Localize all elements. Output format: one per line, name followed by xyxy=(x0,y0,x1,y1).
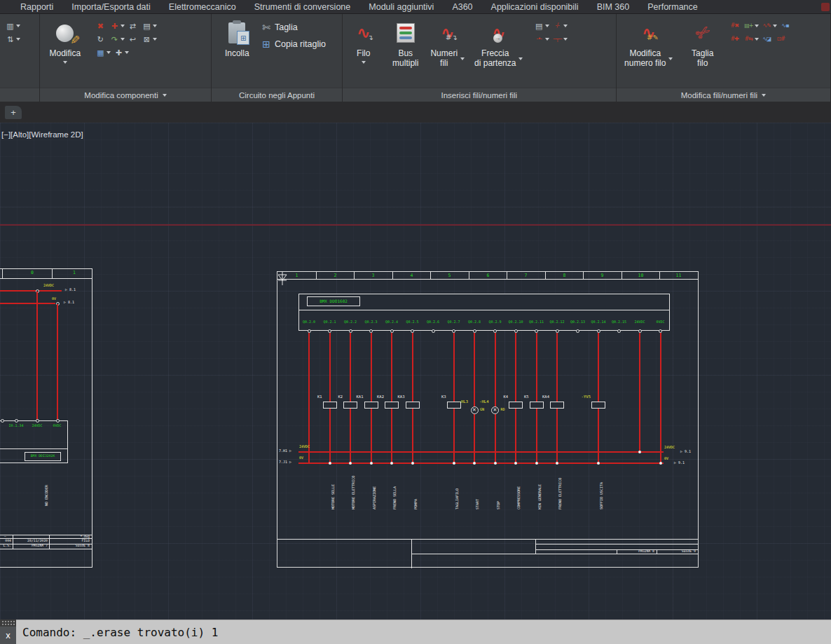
modifica-numero-filo-button[interactable]: ∿#✎Modifica numero filo xyxy=(617,16,681,69)
terminal-label: Q0.2.2 xyxy=(341,320,360,324)
wire-type-icon[interactable]: ∿▪ xyxy=(779,20,791,32)
component-tag: KA4 xyxy=(534,395,549,399)
viewport-controls[interactable]: [−][Alto][Wireframe 2D] xyxy=(1,130,83,139)
terminal-circle xyxy=(576,329,579,333)
wire-gap-icon[interactable]: -/- xyxy=(551,20,563,32)
ribbon-tab-bim-360[interactable]: BIM 360 xyxy=(588,0,639,14)
edit-attributes-icon-dropdown[interactable] xyxy=(153,38,157,41)
function-label: MOTORE SELLE xyxy=(331,469,337,509)
edit-attributes-icon[interactable]: ⊠ xyxy=(141,34,153,45)
ribbon-tab-moduli-aggiuntivi[interactable]: Moduli aggiuntivi xyxy=(359,0,443,14)
ribbon-panel-title-text: Modifica componenti xyxy=(84,91,158,100)
taglia-filo-button-label: Taglia filo xyxy=(692,49,713,69)
new-drawing-tab-button[interactable]: + xyxy=(5,106,22,119)
long-horizontal-wire xyxy=(0,224,831,226)
incolla-button[interactable]: ⊞Incolla xyxy=(212,16,262,59)
flip-wire-number-icon-dropdown[interactable] xyxy=(755,38,759,41)
ribbon-panel-title-modifica-fili[interactable]: Modifica fili/numeri fili xyxy=(617,88,830,102)
doc-field: 004 xyxy=(0,540,11,543)
circuit-builder-icon-dropdown[interactable] xyxy=(121,38,125,41)
ribbon-panel-title-partial-left xyxy=(0,88,39,102)
edit-wire-icon-dropdown[interactable] xyxy=(773,25,777,27)
ribbon-panel-content-modifica-fili: ∿#✎Modifica numero filo✄Taglia filo#✖▤+∿… xyxy=(617,14,830,88)
command-line-close-button[interactable]: x xyxy=(0,626,16,644)
insert-ladder-icon[interactable]: ▤ xyxy=(533,20,545,32)
circuit-builder-icon[interactable]: ↷ xyxy=(109,34,121,45)
wire-dot-icon[interactable]: -•- xyxy=(533,34,545,45)
retag-components-icon-dropdown[interactable] xyxy=(153,25,157,27)
add-rung-icon-dropdown[interactable] xyxy=(755,25,759,27)
move-component-icon-dropdown[interactable] xyxy=(121,25,125,27)
scoot-component-icon[interactable]: ✖ xyxy=(95,20,107,32)
insert-ladder-icon-dropdown[interactable] xyxy=(545,25,549,27)
icon-menu-icon-dropdown[interactable] xyxy=(107,51,111,54)
bus-multipli-button[interactable]: Bus multipli xyxy=(385,16,427,69)
ribbon-tab-applicazioni-disponibili[interactable]: Applicazioni disponibili xyxy=(482,0,588,14)
column-number: 1 xyxy=(277,273,316,278)
freccia-di-partenza-button[interactable]: ∿→Freccia di partenza xyxy=(469,16,529,69)
initials-field: L.S. xyxy=(0,544,11,548)
retag-components-icon[interactable]: ▤ xyxy=(141,20,153,32)
flip-wire-number-icon[interactable]: #⇆ xyxy=(743,34,755,45)
component-wire xyxy=(556,333,558,463)
modifica-button-dropdown[interactable] xyxy=(63,61,67,64)
taglia-button[interactable]: ✄Taglia xyxy=(262,22,326,33)
terminal-label: Q0.2.13 xyxy=(568,320,588,324)
wire-tee-icon-dropdown[interactable] xyxy=(563,38,568,41)
ribbon-panel-title-dropdown[interactable] xyxy=(163,94,167,97)
ribbon-tab-importa-esporta-dati[interactable]: Importa/Esporta dati xyxy=(62,0,160,14)
filo-button-dropdown[interactable] xyxy=(362,61,366,64)
ribbon-panel-title-dropdown[interactable] xyxy=(762,94,766,97)
copy-component-icon[interactable]: ↻ xyxy=(95,34,107,45)
terminal-circle xyxy=(473,329,476,333)
panel-stub-icon-1[interactable]: ▥ xyxy=(4,20,16,32)
panel-stub-icon-1-dropdown[interactable] xyxy=(16,25,20,27)
command-line-input[interactable]: Comando: _.erase trovato(i) 1 xyxy=(16,619,831,644)
ribbon-tab-a360[interactable]: A360 xyxy=(443,0,481,14)
ribbon-panel-content-partial-left: ▥⇅ xyxy=(0,14,39,88)
wire-dot-icon-dropdown[interactable] xyxy=(545,38,549,41)
junction-dot xyxy=(535,462,538,465)
taglia-filo-button[interactable]: ✄Taglia filo xyxy=(681,16,724,69)
ribbon-panel-title-modifica-componenti[interactable]: Modifica componenti xyxy=(40,88,211,102)
numeri-fili-button-dropdown[interactable] xyxy=(460,57,465,60)
modifica-button[interactable]: ✎Modifica xyxy=(40,16,90,64)
function-label: ASPIRAZIONE xyxy=(373,469,378,509)
panel-stub-icon-2[interactable]: ⇅ xyxy=(4,34,16,45)
terminal-label: Q0.2.1 xyxy=(320,320,340,324)
ribbon-tab-strumenti-di-conversione[interactable]: Strumenti di conversione xyxy=(245,0,360,14)
ribbon-tab-elettromeccanico[interactable]: Elettromeccanico xyxy=(160,0,245,14)
freccia-di-partenza-button-dropdown[interactable] xyxy=(518,57,523,60)
bus-left-ref: 7.J1 ▷ xyxy=(279,460,291,464)
add-rung-icon[interactable]: ▤+ xyxy=(743,20,755,32)
plc-module-label: BMX DDI3202K xyxy=(25,455,61,458)
panel-stub-icon-2-dropdown[interactable] xyxy=(16,38,20,41)
ribbon-tab-performance[interactable]: Performance xyxy=(638,0,707,14)
column-number: 9 xyxy=(583,273,621,278)
drawing-area[interactable]: [−][Alto][Wireframe 2D] 0124VDC▷ 8.10V▷ … xyxy=(0,123,831,619)
move-circuit-icon-dropdown[interactable] xyxy=(125,51,129,54)
move-circuit-icon[interactable]: ✚ xyxy=(113,47,125,58)
column-number: 1 xyxy=(70,270,78,275)
wire-layer-icon[interactable]: ∿◪ xyxy=(761,34,773,45)
reverse-component-icon[interactable]: ↩ xyxy=(127,34,139,45)
wire-tee-icon[interactable]: ─┬─ xyxy=(551,34,563,45)
component-wire xyxy=(474,333,475,463)
modifica-numero-filo-button-dropdown[interactable] xyxy=(668,57,673,60)
wire-number-format-icon[interactable]: ⊡# xyxy=(775,34,787,45)
command-line-left-rail: x xyxy=(0,619,16,644)
delete-wire-number-icon[interactable]: #✖ xyxy=(729,20,741,32)
filo-button[interactable]: ∿↴Filo xyxy=(343,16,385,64)
copia-ritaglio-button[interactable]: ⊞Copia ritaglio xyxy=(262,39,326,50)
numeri-fili-button[interactable]: ∿#↴Numeri fili xyxy=(427,16,469,69)
icon-menu-icon[interactable]: ▦ xyxy=(95,47,107,58)
ribbon-tab-rapporti[interactable]: Rapporti xyxy=(11,0,62,14)
move-component-icon[interactable]: ✚ xyxy=(109,20,121,32)
transfer-component-icon[interactable]: ⇄ xyxy=(127,20,139,32)
edit-wire-icon[interactable]: ∿✎ xyxy=(761,20,773,32)
command-line-grip[interactable] xyxy=(1,620,15,626)
wire-gap-icon-dropdown[interactable] xyxy=(563,25,568,27)
move-wire-number-icon[interactable]: #✚ xyxy=(729,34,741,45)
menu-overflow-icon[interactable] xyxy=(821,3,830,11)
copia-ritaglio-button-icon: ⊞ xyxy=(262,39,270,50)
